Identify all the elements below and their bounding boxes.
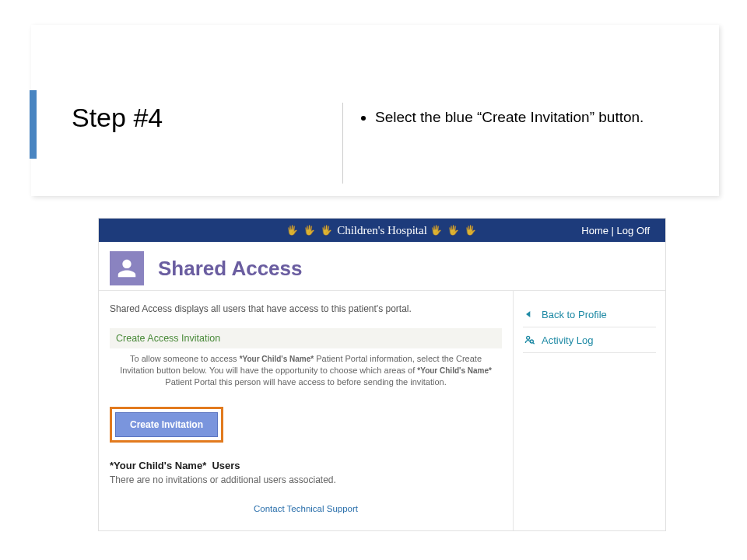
step-instructions: Select the blue “Create Invitation” butt… xyxy=(358,109,644,126)
step-divider xyxy=(342,103,343,184)
contact-support-link[interactable]: Contact Technical Support xyxy=(254,504,358,513)
create-invitation-highlight: Create Invitation xyxy=(110,407,223,443)
back-arrow-icon xyxy=(523,308,535,320)
nav-logoff[interactable]: Log Off xyxy=(617,225,650,236)
side-column: Back to Profile Activity Log xyxy=(513,291,665,530)
portal-brand: 🖐 🖐 🖐 Children's Hospital 🖐 🖐 🖐 xyxy=(286,224,479,237)
svg-point-1 xyxy=(530,340,533,343)
step-card: Step #4 Select the blue “Create Invitati… xyxy=(31,25,719,196)
portal-subheader: Shared Access xyxy=(99,242,665,290)
users-section-title: *Your Child's Name* Users xyxy=(110,460,502,471)
portal-nav: Home | Log Off xyxy=(581,225,650,236)
portal-screenshot: 🖐 🖐 🖐 Children's Hospital 🖐 🖐 🖐 Home | L… xyxy=(98,218,666,531)
svg-point-0 xyxy=(527,336,530,339)
back-to-profile-link[interactable]: Back to Profile xyxy=(523,302,656,327)
accent-bar xyxy=(30,90,37,159)
intro-text: Shared Access displays all users that ha… xyxy=(110,303,502,314)
nav-home[interactable]: Home xyxy=(581,225,608,236)
create-invitation-section: Create Access Invitation To allow someon… xyxy=(110,328,502,396)
step-title: Step #4 xyxy=(72,103,163,133)
user-icon xyxy=(115,257,139,280)
nav-sep: | xyxy=(608,225,617,236)
portal-header: 🖐 🖐 🖐 Children's Hospital 🖐 🖐 🖐 Home | L… xyxy=(99,219,665,242)
support-footer: Contact Technical Support xyxy=(110,501,502,515)
child-name-placeholder: *Your Child's Name* xyxy=(240,355,314,363)
hands-icon-left: 🖐 🖐 🖐 xyxy=(286,225,335,236)
main-column: Shared Access displays all users that ha… xyxy=(99,291,513,530)
search-user-icon xyxy=(523,334,535,346)
hands-icon-right: 🖐 🖐 🖐 xyxy=(430,225,479,236)
portal-body: Shared Access displays all users that ha… xyxy=(99,290,665,530)
activity-log-link[interactable]: Activity Log xyxy=(523,327,656,353)
invitation-section-title: Create Access Invitation xyxy=(110,328,502,348)
users-empty-text: There are no invitations or additional u… xyxy=(110,474,502,485)
avatar xyxy=(110,251,144,285)
invitation-section-body: To allow someone to access *Your Child's… xyxy=(110,348,502,396)
brand-name: Children's Hospital xyxy=(337,224,427,237)
page-title: Shared Access xyxy=(158,257,302,281)
create-invitation-button[interactable]: Create Invitation xyxy=(115,412,218,437)
child-name-placeholder: *Your Child's Name* xyxy=(110,460,206,471)
step-bullet-text: Select the blue “Create Invitation” butt… xyxy=(375,109,644,126)
child-name-placeholder: *Your Child's Name* xyxy=(417,366,492,375)
